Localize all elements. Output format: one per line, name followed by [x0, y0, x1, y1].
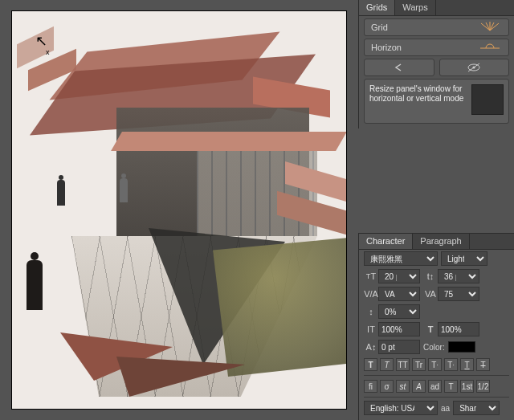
smallcaps-button[interactable]: Tr	[412, 358, 426, 371]
layer-shape	[111, 132, 346, 151]
strikethrough-button[interactable]: T	[476, 358, 490, 371]
artboard[interactable]	[12, 11, 346, 409]
language-select[interactable]: English: USA	[364, 401, 438, 415]
figure-person	[57, 180, 65, 206]
grid-button[interactable]: Grid	[364, 18, 509, 36]
baseline-scale-select[interactable]: 0%	[378, 304, 420, 319]
grid-tool-row	[364, 59, 509, 76]
toggle-visibility-button[interactable]	[439, 59, 510, 76]
bold-button[interactable]: T	[364, 358, 377, 371]
grid-rays-icon	[478, 22, 502, 33]
tab-grids[interactable]: Grids	[359, 0, 395, 15]
grids-tabs: Grids Warps	[359, 0, 514, 16]
swash-button[interactable]: A	[412, 380, 426, 393]
italic-button[interactable]: T	[380, 358, 394, 371]
subscript-button[interactable]: T·	[444, 358, 458, 371]
baseline-shift-input[interactable]	[378, 340, 420, 354]
svg-line-4	[490, 23, 499, 31]
grid-button-label: Grid	[371, 22, 388, 32]
tab-paragraph[interactable]: Paragraph	[413, 234, 469, 249]
prev-grid-button[interactable]	[364, 59, 434, 76]
tab-character[interactable]: Character	[359, 234, 413, 249]
divider	[364, 397, 509, 398]
character-panel: Character Paragraph 康熙雅黑 Light TT 20 pt …	[358, 233, 514, 420]
allcaps-button[interactable]: TT	[396, 358, 410, 371]
grids-panel-thumbnail	[471, 84, 504, 115]
ordinals-button[interactable]: 1st	[460, 380, 474, 393]
canvas-area[interactable]: ↖x	[0, 0, 358, 420]
font-size-icon: TT	[364, 269, 378, 283]
superscript-button[interactable]: T·	[428, 358, 442, 371]
vert-scale-icon: IT	[364, 322, 378, 336]
grids-hint-text: Resize panel's window for horizontal or …	[369, 84, 465, 118]
eye-slash-icon	[467, 63, 481, 72]
leading-icon: t↕	[423, 269, 438, 283]
layer-ground	[213, 236, 346, 377]
type-style-row: T T TT Tr T· T· T T	[359, 356, 514, 373]
text-color-swatch[interactable]	[448, 341, 475, 353]
stylistic-alt-button[interactable]: ad	[428, 380, 442, 393]
direct-select-cursor: ↖x	[35, 32, 51, 51]
tab-warps[interactable]: Warps	[395, 0, 435, 15]
scale-icon: ↕	[364, 304, 378, 319]
vertical-scale-input[interactable]	[378, 322, 420, 336]
antialias-select[interactable]: Sharp	[453, 401, 500, 415]
kerning-select[interactable]: VA	[378, 287, 420, 301]
font-family-select[interactable]: 康熙雅黑	[364, 251, 438, 266]
font-size-select[interactable]: 20 pt	[378, 269, 420, 283]
discretionary-lig-button[interactable]: st	[396, 380, 410, 393]
color-label: Color:	[423, 343, 445, 352]
font-style-select[interactable]: Light	[441, 251, 487, 266]
figure-person	[120, 178, 128, 202]
contextual-alt-button[interactable]: σ	[380, 380, 394, 393]
character-tabs: Character Paragraph	[359, 234, 514, 250]
antialias-label: aa	[441, 404, 450, 413]
horiz-scale-icon: T	[423, 322, 438, 336]
grids-panel: Grids Warps Grid Horizon Resize panel's …	[358, 0, 514, 128]
panel-spacer	[358, 128, 514, 233]
svg-line-0	[481, 23, 490, 31]
ligatures-button[interactable]: fi	[364, 380, 377, 393]
fractions-button[interactable]: 1/2	[476, 380, 490, 393]
arrow-left-icon	[393, 63, 406, 72]
leading-select[interactable]: 36 pt	[438, 269, 479, 283]
opentype-row: fi σ st A ad T 1st 1/2	[359, 377, 514, 395]
horizon-button-label: Horizon	[371, 43, 402, 52]
divider	[364, 375, 509, 376]
tracking-select[interactable]: 75	[438, 287, 479, 301]
titling-alt-button[interactable]: T	[444, 380, 458, 393]
underline-button[interactable]: T	[460, 358, 474, 371]
tracking-icon: VA	[423, 287, 438, 301]
horizontal-scale-input[interactable]	[438, 322, 479, 336]
baseline-shift-icon: A↕	[364, 340, 378, 354]
horizon-button[interactable]: Horizon	[364, 39, 509, 56]
kerning-icon: V/A	[364, 287, 378, 301]
grids-hint-box: Resize panel's window for horizontal or …	[364, 79, 509, 124]
figure-person	[27, 260, 43, 310]
horizon-icon	[478, 42, 502, 53]
right-panel-column: Grids Warps Grid Horizon Resize panel's …	[358, 0, 514, 420]
